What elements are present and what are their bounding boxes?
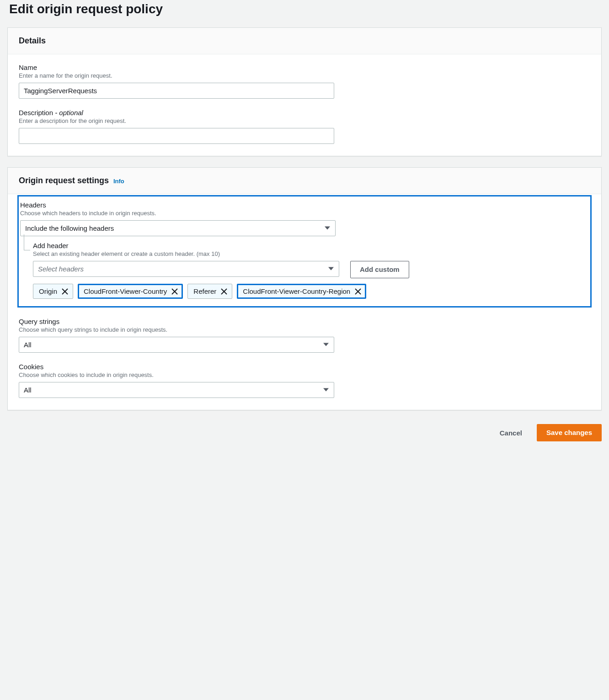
headers-highlight-box: Headers Choose which headers to include …: [17, 195, 592, 308]
header-tag-text: Referer: [193, 287, 216, 295]
close-icon[interactable]: [62, 288, 68, 295]
header-tag-text: CloudFront-Viewer-Country-Region: [243, 287, 350, 295]
description-hint: Enter a description for the origin reque…: [19, 117, 590, 124]
header-tag-text: Origin: [39, 287, 57, 295]
name-hint: Enter a name for the origin request.: [19, 72, 590, 79]
close-icon[interactable]: [171, 288, 178, 295]
cancel-button[interactable]: Cancel: [491, 424, 530, 441]
add-header-label: Add header: [33, 242, 589, 249]
description-field-group: Description - optional Enter a descripti…: [19, 109, 590, 144]
settings-panel: Origin request settings Info Headers Cho…: [7, 167, 602, 410]
header-tag-origin[interactable]: Origin: [33, 284, 73, 299]
header-tags-row: Origin CloudFront-Viewer-Country Referer: [33, 284, 589, 299]
cookies-select[interactable]: All: [19, 382, 334, 398]
cookies-value: All: [19, 382, 334, 398]
page-title: Edit origin request policy: [7, 2, 602, 27]
query-strings-group: Query strings Choose which query strings…: [19, 318, 590, 353]
name-input[interactable]: [19, 83, 334, 99]
description-label-text: Description: [19, 109, 53, 117]
actions-row: Cancel Save changes: [7, 421, 602, 441]
description-input[interactable]: [19, 128, 334, 144]
add-header-placeholder: Select headers: [33, 261, 339, 277]
header-tag-cloudfront-viewer-country-region[interactable]: CloudFront-Viewer-Country-Region: [237, 284, 366, 299]
settings-heading: Origin request settings: [19, 176, 109, 185]
name-field-group: Name Enter a name for the origin request…: [19, 64, 590, 99]
header-tag-referer[interactable]: Referer: [187, 284, 232, 299]
name-label: Name: [19, 64, 590, 71]
header-tag-cloudfront-viewer-country[interactable]: CloudFront-Viewer-Country: [78, 284, 183, 299]
headers-select[interactable]: Include the following headers: [20, 220, 336, 236]
header-tag-text: CloudFront-Viewer-Country: [84, 287, 167, 295]
query-strings-label: Query strings: [19, 318, 590, 325]
query-strings-value: All: [19, 337, 334, 353]
description-label: Description - optional: [19, 109, 590, 117]
close-icon[interactable]: [221, 288, 227, 295]
headers-label: Headers: [20, 201, 589, 209]
add-header-subsection: Add header Select an existing header ele…: [23, 242, 589, 278]
description-optional-suffix: - optional: [53, 109, 83, 117]
details-panel: Details Name Enter a name for the origin…: [7, 27, 602, 156]
save-button[interactable]: Save changes: [537, 424, 602, 441]
query-strings-hint: Choose which query strings to include in…: [19, 326, 590, 333]
details-header: Details: [8, 28, 601, 54]
close-icon[interactable]: [355, 288, 361, 295]
headers-hint: Choose which headers to include in origi…: [20, 210, 589, 217]
query-strings-select[interactable]: All: [19, 337, 334, 353]
cookies-label: Cookies: [19, 363, 590, 371]
info-link[interactable]: Info: [113, 178, 124, 185]
settings-header: Origin request settings Info: [8, 168, 601, 194]
add-header-select[interactable]: Select headers: [33, 261, 339, 277]
cookies-group: Cookies Choose which cookies to include …: [19, 363, 590, 398]
headers-select-value: Include the following headers: [20, 220, 336, 236]
add-header-hint: Select an existing header element or cre…: [33, 250, 589, 257]
details-heading: Details: [19, 36, 46, 45]
cookies-hint: Choose which cookies to include in origi…: [19, 371, 590, 378]
add-custom-button[interactable]: Add custom: [350, 261, 409, 278]
